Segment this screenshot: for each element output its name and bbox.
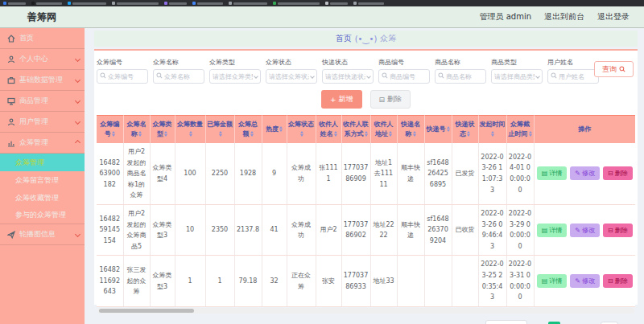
bookmark-favicon-icon xyxy=(192,2,196,5)
sort-icon[interactable] xyxy=(467,131,470,137)
col-header[interactable]: 众筹类型 xyxy=(150,116,175,144)
page-size-select[interactable]: 10条/页 xyxy=(485,320,528,324)
crowdfunding-id-input[interactable] xyxy=(108,73,145,80)
bookmark-favicon-icon xyxy=(164,2,167,5)
col-header[interactable]: 快递名称 xyxy=(397,116,424,144)
sidebar-item-crowdfunding[interactable]: 众筹管理 xyxy=(0,133,85,154)
sort-icon[interactable] xyxy=(413,131,416,137)
sidebar-subitem-crowdfunding-joined[interactable]: 参与的众筹管理 xyxy=(0,207,85,224)
express-status-select[interactable]: 请选择快递状态 xyxy=(322,69,374,84)
sort-icon[interactable] xyxy=(138,131,142,137)
sidebar-item-home[interactable]: 首页 xyxy=(0,28,85,49)
sidebar-item-goods[interactable]: 商品管理 xyxy=(0,91,85,112)
sort-icon[interactable] xyxy=(219,131,222,137)
sidebar-item-base-data[interactable]: 基础数据管理 xyxy=(0,70,85,91)
sort-icon[interactable] xyxy=(334,131,337,137)
remove-button[interactable]: ⊟删除 xyxy=(603,274,633,288)
table-row[interactable]: 1648259145154用户2发起的众筹商品5众筹类型31023502137.… xyxy=(97,204,635,255)
bookmark-favicon-icon xyxy=(3,2,6,5)
bookmark-label xyxy=(197,2,223,5)
goods-name-input[interactable] xyxy=(446,73,483,80)
bookmark-item[interactable] xyxy=(164,2,187,5)
sort-icon[interactable] xyxy=(279,126,283,133)
col-header[interactable]: 众筹编号 xyxy=(97,116,123,144)
col-header[interactable]: 已筹金额 xyxy=(205,116,234,144)
sidebar-item-users[interactable]: 用户管理 xyxy=(0,112,85,133)
col-header[interactable]: 快递状态 xyxy=(452,116,478,144)
add-button[interactable]: +新增 xyxy=(321,90,362,109)
bookmark-item[interactable] xyxy=(325,2,348,5)
goods-type-select[interactable]: 请选择商品类型 xyxy=(491,69,543,84)
col-header[interactable]: 收件人姓名 xyxy=(316,116,341,144)
detail-button[interactable]: ▤详情 xyxy=(537,224,568,237)
sort-icon[interactable] xyxy=(112,131,115,137)
sidebar: 首页 个人中心 基础数据管理 商品管理 用户管理 众筹管理 众筹管理 众筹 xyxy=(0,28,85,324)
crowdfunding-status-select[interactable]: 请选择众筹状态 xyxy=(266,69,317,84)
col-header[interactable]: 热度 xyxy=(262,116,287,144)
bookmark-item[interactable] xyxy=(353,2,384,5)
filter-label: 商品名称 xyxy=(435,58,486,67)
remove-button[interactable]: ⊟删除 xyxy=(603,224,633,237)
search-button[interactable]: 查询 xyxy=(594,61,634,77)
brand-title: 善筹网 xyxy=(27,10,56,24)
goods-id-input[interactable] xyxy=(390,73,427,80)
user-name-input[interactable] xyxy=(559,73,596,80)
col-header[interactable]: 收件人联系方式 xyxy=(341,116,370,144)
sidebar-item-personal-center[interactable]: 个人中心 xyxy=(0,49,85,70)
sidebar-subitem-crowdfunding-message[interactable]: 众筹留言管理 xyxy=(0,171,85,189)
bookmark-item[interactable] xyxy=(112,2,159,5)
col-header[interactable]: 快递号 xyxy=(424,116,452,144)
scrollbar-handle[interactable] xyxy=(99,309,194,313)
sort-icon[interactable] xyxy=(250,131,254,137)
col-header[interactable]: 众筹名称 xyxy=(123,116,150,144)
col-header[interactable]: 众筹状态 xyxy=(287,116,316,144)
breadcrumb-home-link[interactable]: 首页 xyxy=(336,33,352,44)
table-row[interactable]: 1648263900182用户2发起的商品名称1的众筹众筹类型410022501… xyxy=(97,143,635,204)
table-row[interactable]: 1648211692643张三发起的众筹众筹类型31179.1832正在众筹张安… xyxy=(97,256,635,306)
sort-icon[interactable] xyxy=(300,131,303,137)
sort-icon[interactable] xyxy=(447,126,450,133)
table-header-row: 众筹编号 众筹名称 众筹类型 众筹数量 已筹金额 众筹总额 热度 众筹状态 收件… xyxy=(97,116,635,144)
sort-icon[interactable] xyxy=(491,131,494,137)
bookmark-item[interactable] xyxy=(31,2,62,5)
edit-button[interactable]: ✎修改 xyxy=(570,166,600,180)
edit-button[interactable]: ✎修改 xyxy=(570,224,600,237)
col-header[interactable]: 众筹数量 xyxy=(175,116,205,144)
bookmark-item[interactable] xyxy=(3,2,26,5)
sidebar-subitem-crowdfunding-favorite[interactable]: 众筹收藏管理 xyxy=(0,189,85,207)
crowdfunding-type-select[interactable]: 请选择众筹类型 xyxy=(209,69,261,84)
bookmark-item[interactable] xyxy=(273,2,320,5)
edit-button[interactable]: ✎修改 xyxy=(570,274,600,288)
delete-button[interactable]: ⊟删除 xyxy=(370,90,411,109)
pencil-icon: ✎ xyxy=(575,277,580,285)
bookmark-favicon-icon xyxy=(31,2,35,5)
exit-to-front-link[interactable]: 退出到前台 xyxy=(544,11,584,23)
horizontal-scrollbar[interactable] xyxy=(97,308,634,314)
sort-icon[interactable] xyxy=(189,131,192,137)
col-header[interactable]: 发起时间 xyxy=(478,116,506,144)
detail-button[interactable]: ▤详情 xyxy=(537,166,568,180)
bookmark-favicon-icon xyxy=(325,2,328,5)
bookmark-item[interactable] xyxy=(192,2,223,5)
sidebar-item-carousel[interactable]: 轮播图信息 xyxy=(0,224,85,245)
sort-icon[interactable] xyxy=(164,131,167,137)
sort-icon[interactable] xyxy=(529,131,532,137)
bookmark-label xyxy=(233,2,267,5)
logout-link[interactable]: 退出登录 xyxy=(597,11,630,23)
sort-icon[interactable] xyxy=(365,131,368,137)
remove-button[interactable]: ⊟删除 xyxy=(603,166,633,180)
chevron-down-icon xyxy=(75,56,80,62)
bookmark-label xyxy=(8,2,26,5)
crowdfunding-name-input[interactable] xyxy=(164,73,201,80)
sort-icon[interactable] xyxy=(389,131,392,137)
sidebar-subitem-crowdfunding-manage[interactable]: 众筹管理 xyxy=(0,154,85,171)
bookmark-favicon-icon xyxy=(112,2,115,5)
bookmark-label xyxy=(278,2,320,5)
col-header[interactable]: 众筹总额 xyxy=(234,116,262,144)
col-header[interactable]: 收件人地址 xyxy=(370,116,397,144)
col-header[interactable]: 众筹截止时间 xyxy=(506,116,534,144)
bookmark-item[interactable] xyxy=(68,2,106,5)
table-toolbar: +新增 ⊟删除 xyxy=(97,87,635,115)
bookmark-item[interactable] xyxy=(229,2,267,5)
detail-button[interactable]: ▤详情 xyxy=(537,274,568,288)
